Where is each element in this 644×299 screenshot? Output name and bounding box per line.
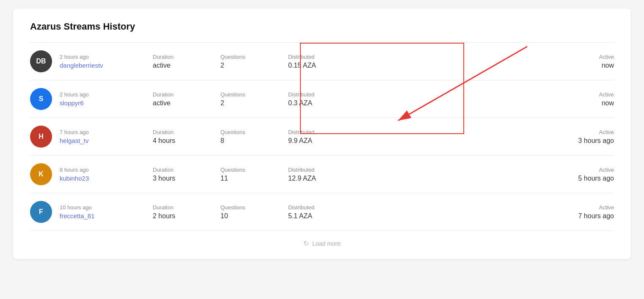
stream-row: F 10 hours ago freccetta_81 Duration 2 h… bbox=[30, 193, 614, 231]
questions-value: 8 bbox=[220, 137, 288, 145]
active-value: 3 hours ago bbox=[546, 137, 614, 145]
distributed-label: Distributed bbox=[288, 204, 356, 211]
stream-row: K 8 hours ago kubinho23 Duration 3 hours… bbox=[30, 155, 614, 193]
questions-value: 2 bbox=[220, 99, 288, 107]
questions-value: 2 bbox=[220, 62, 288, 69]
active-value: now bbox=[546, 62, 614, 69]
distributed-block: Distributed 0.15 AZA bbox=[288, 54, 356, 69]
duration-value: active bbox=[153, 99, 220, 107]
duration-block: Duration 2 hours bbox=[153, 204, 220, 220]
distributed-label: Distributed bbox=[288, 167, 356, 173]
avatar: H bbox=[30, 126, 52, 148]
duration-block: Duration active bbox=[153, 54, 220, 69]
distributed-value: 0.15 AZA bbox=[288, 62, 356, 69]
active-value: 7 hours ago bbox=[546, 212, 614, 220]
user-info: 2 hours ago dangleberriestv bbox=[60, 54, 153, 69]
duration-label: Duration bbox=[153, 54, 220, 60]
user-info: 10 hours ago freccetta_81 bbox=[60, 204, 153, 220]
active-label: Active bbox=[546, 129, 614, 135]
time-ago: 8 hours ago bbox=[60, 167, 153, 173]
duration-label: Duration bbox=[153, 91, 220, 98]
duration-label: Duration bbox=[153, 167, 220, 173]
questions-block: Questions 11 bbox=[220, 167, 288, 182]
stream-rows-container: DB 2 hours ago dangleberriestv Duration … bbox=[30, 42, 614, 231]
stream-list: DB 2 hours ago dangleberriestv Duration … bbox=[30, 42, 614, 251]
active-block: Active 5 hours ago bbox=[546, 167, 614, 182]
questions-block: Questions 8 bbox=[220, 129, 288, 145]
time-ago: 2 hours ago bbox=[60, 54, 153, 60]
avatar: DB bbox=[30, 50, 52, 72]
username-link[interactable]: helgast_tv bbox=[60, 137, 88, 144]
questions-value: 11 bbox=[220, 175, 288, 182]
duration-block: Duration active bbox=[153, 91, 220, 107]
load-more-button[interactable]: ↻ Load more bbox=[30, 231, 614, 251]
stream-row: S 2 hours ago sloppyr6 Duration active Q… bbox=[30, 80, 614, 118]
duration-value: active bbox=[153, 62, 220, 69]
stream-row: DB 2 hours ago dangleberriestv Duration … bbox=[30, 42, 614, 80]
time-ago: 7 hours ago bbox=[60, 129, 153, 135]
questions-block: Questions 2 bbox=[220, 91, 288, 107]
page-title: Azarus Streams History bbox=[30, 21, 614, 32]
username-link[interactable]: kubinho23 bbox=[60, 175, 89, 182]
active-label: Active bbox=[546, 204, 614, 211]
questions-label: Questions bbox=[220, 54, 288, 60]
questions-label: Questions bbox=[220, 91, 288, 98]
username-link[interactable]: freccetta_81 bbox=[60, 212, 95, 219]
user-info: 2 hours ago sloppyr6 bbox=[60, 91, 153, 107]
time-ago: 2 hours ago bbox=[60, 91, 153, 98]
duration-block: Duration 4 hours bbox=[153, 129, 220, 145]
questions-block: Questions 2 bbox=[220, 54, 288, 69]
duration-label: Duration bbox=[153, 204, 220, 211]
distributed-label: Distributed bbox=[288, 54, 356, 60]
duration-value: 2 hours bbox=[153, 212, 220, 220]
time-ago: 10 hours ago bbox=[60, 204, 153, 211]
questions-label: Questions bbox=[220, 167, 288, 173]
avatar: K bbox=[30, 163, 52, 185]
distributed-block: Distributed 0.3 AZA bbox=[288, 91, 356, 107]
duration-value: 3 hours bbox=[153, 175, 220, 182]
avatar: S bbox=[30, 88, 52, 110]
active-block: Active 3 hours ago bbox=[546, 129, 614, 145]
refresh-icon: ↻ bbox=[303, 239, 309, 247]
username-link[interactable]: dangleberriestv bbox=[60, 62, 103, 69]
active-block: Active 7 hours ago bbox=[546, 204, 614, 220]
active-block: Active now bbox=[546, 54, 614, 69]
active-block: Active now bbox=[546, 91, 614, 107]
active-label: Active bbox=[546, 91, 614, 98]
distributed-value: 5.1 AZA bbox=[288, 212, 356, 220]
active-label: Active bbox=[546, 167, 614, 173]
distributed-block: Distributed 12.9 AZA bbox=[288, 167, 356, 182]
distributed-block: Distributed 9.9 AZA bbox=[288, 129, 356, 145]
duration-label: Duration bbox=[153, 129, 220, 135]
load-more-label: Load more bbox=[312, 240, 341, 247]
questions-block: Questions 10 bbox=[220, 204, 288, 220]
duration-block: Duration 3 hours bbox=[153, 167, 220, 182]
active-value: 5 hours ago bbox=[546, 175, 614, 182]
distributed-block: Distributed 5.1 AZA bbox=[288, 204, 356, 220]
stream-row: H 7 hours ago helgast_tv Duration 4 hour… bbox=[30, 118, 614, 155]
duration-value: 4 hours bbox=[153, 137, 220, 145]
active-value: now bbox=[546, 99, 614, 107]
active-label: Active bbox=[546, 54, 614, 60]
avatar: F bbox=[30, 201, 52, 223]
questions-label: Questions bbox=[220, 129, 288, 135]
user-info: 7 hours ago helgast_tv bbox=[60, 129, 153, 145]
distributed-value: 9.9 AZA bbox=[288, 137, 356, 145]
distributed-value: 12.9 AZA bbox=[288, 175, 356, 182]
distributed-value: 0.3 AZA bbox=[288, 99, 356, 107]
streams-history-card: Azarus Streams History DB 2 hours ago da… bbox=[13, 8, 631, 259]
questions-value: 10 bbox=[220, 212, 288, 220]
questions-label: Questions bbox=[220, 204, 288, 211]
user-info: 8 hours ago kubinho23 bbox=[60, 167, 153, 182]
distributed-label: Distributed bbox=[288, 129, 356, 135]
username-link[interactable]: sloppyr6 bbox=[60, 99, 84, 107]
distributed-label: Distributed bbox=[288, 91, 356, 98]
